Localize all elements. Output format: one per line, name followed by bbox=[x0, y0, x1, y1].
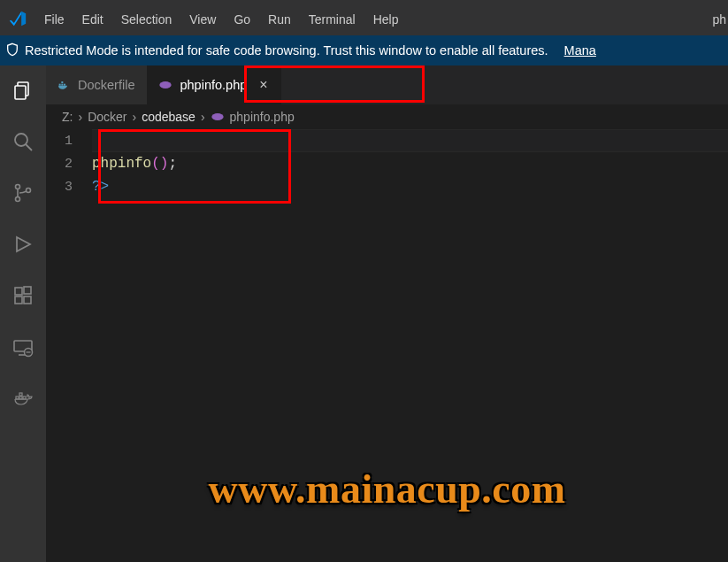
menu-bar: FileEditSelectionViewGoRunTerminalHelp p… bbox=[0, 0, 728, 35]
search-icon[interactable] bbox=[11, 129, 35, 154]
svg-rect-20 bbox=[61, 84, 63, 86]
tab-phpinfo[interactable]: phpinfo.php × bbox=[148, 65, 280, 104]
tab-bar: Dockerfile phpinfo.php × bbox=[46, 65, 728, 104]
code-editor[interactable]: 1<?php2phpinfo();3?> www.mainacup.com bbox=[46, 129, 728, 562]
code-line[interactable]: 3?> bbox=[46, 175, 728, 198]
svg-rect-1 bbox=[15, 86, 26, 99]
php-file-icon bbox=[211, 110, 225, 124]
activity-bar bbox=[0, 65, 46, 562]
svg-line-3 bbox=[26, 144, 32, 150]
tab-dockerfile[interactable]: Dockerfile bbox=[46, 65, 148, 104]
menu-file[interactable]: File bbox=[35, 12, 73, 27]
menu-edit[interactable]: Edit bbox=[73, 12, 112, 27]
code-content[interactable]: phpinfo(); bbox=[92, 156, 177, 172]
extensions-icon[interactable] bbox=[11, 283, 35, 308]
php-file-icon bbox=[158, 78, 172, 92]
menu-selection[interactable]: Selection bbox=[112, 12, 181, 27]
restricted-mode-banner: Restricted Mode is intended for safe cod… bbox=[0, 35, 728, 65]
run-debug-icon[interactable] bbox=[11, 232, 35, 257]
svg-point-24 bbox=[211, 113, 223, 120]
chevron-right-icon: › bbox=[201, 110, 205, 124]
close-icon[interactable]: × bbox=[259, 78, 267, 92]
code-line[interactable]: 1<?php bbox=[46, 129, 728, 152]
menu-run[interactable]: Run bbox=[259, 12, 300, 27]
menu-terminal[interactable]: Terminal bbox=[300, 12, 364, 27]
svg-rect-7 bbox=[15, 288, 22, 295]
menu-view[interactable]: View bbox=[180, 12, 225, 27]
breadcrumb[interactable]: Z: › Docker › codebase › phpinfo.php bbox=[46, 104, 728, 129]
manage-link[interactable]: Mana bbox=[564, 43, 596, 58]
svg-rect-21 bbox=[64, 84, 65, 86]
main-area: Dockerfile phpinfo.php × Z: › Docker › c… bbox=[0, 65, 728, 562]
crumb[interactable]: codebase bbox=[142, 110, 195, 124]
window-title-fragment: ph bbox=[712, 12, 728, 27]
docker-file-icon bbox=[57, 78, 71, 92]
svg-point-2 bbox=[15, 134, 27, 146]
code-content[interactable]: ?> bbox=[92, 179, 109, 195]
explorer-icon[interactable] bbox=[11, 78, 35, 103]
svg-point-4 bbox=[16, 185, 20, 189]
banner-text: Restricted Mode is intended for safe cod… bbox=[25, 43, 548, 58]
chevron-right-icon: › bbox=[78, 110, 82, 124]
svg-rect-9 bbox=[24, 296, 31, 304]
menu-help[interactable]: Help bbox=[364, 12, 408, 27]
watermark-text: www.mainacup.com bbox=[208, 466, 565, 512]
svg-rect-18 bbox=[19, 393, 22, 396]
crumb[interactable]: Docker bbox=[88, 110, 126, 124]
line-number: 2 bbox=[46, 157, 92, 172]
docker-icon[interactable] bbox=[11, 386, 35, 411]
svg-rect-19 bbox=[59, 84, 61, 86]
tab-label: phpinfo.php bbox=[180, 78, 247, 92]
svg-rect-8 bbox=[15, 296, 22, 304]
editor-area: Dockerfile phpinfo.php × Z: › Docker › c… bbox=[46, 65, 728, 562]
svg-point-23 bbox=[160, 81, 172, 89]
line-number: 3 bbox=[46, 180, 92, 195]
line-number: 1 bbox=[46, 134, 92, 149]
crumb[interactable]: Z: bbox=[62, 110, 73, 124]
code-content[interactable]: <?php bbox=[92, 133, 134, 149]
svg-rect-22 bbox=[61, 81, 63, 83]
vscode-logo-icon bbox=[9, 10, 27, 30]
shield-icon bbox=[5, 42, 19, 59]
source-control-icon[interactable] bbox=[11, 181, 35, 205]
chevron-right-icon: › bbox=[132, 110, 136, 124]
menu-go[interactable]: Go bbox=[225, 12, 259, 27]
svg-point-5 bbox=[16, 197, 20, 202]
code-line[interactable]: 2phpinfo(); bbox=[46, 152, 728, 175]
remote-explorer-icon[interactable] bbox=[11, 335, 35, 359]
tab-label: Dockerfile bbox=[78, 78, 134, 92]
crumb[interactable]: phpinfo.php bbox=[230, 110, 295, 124]
svg-rect-10 bbox=[24, 287, 31, 294]
